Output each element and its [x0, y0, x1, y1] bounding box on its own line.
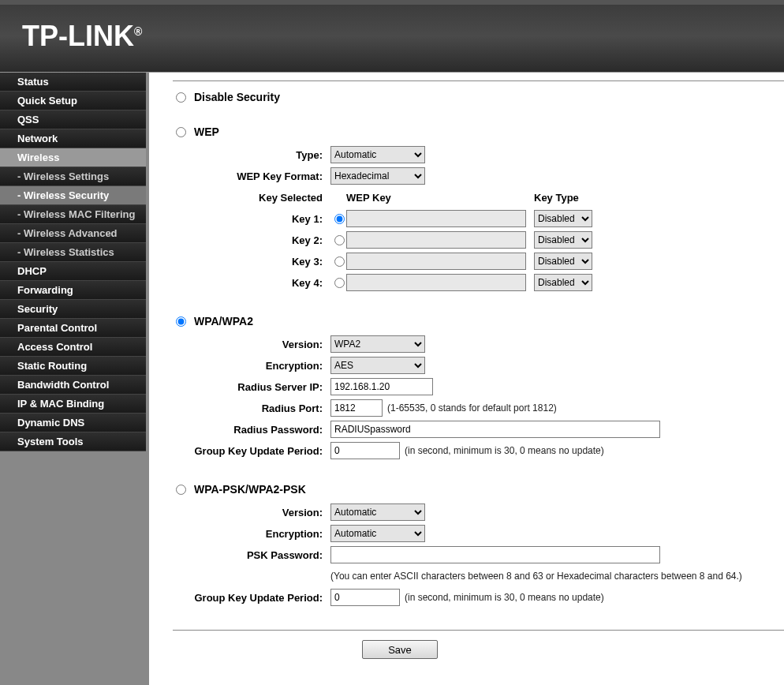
brand-logo: TP-LINK® [22, 20, 142, 53]
radio-disable-security[interactable] [176, 92, 186, 103]
label-radius-port: Radius Port: [173, 402, 330, 414]
hint-radius-port: (1-65535, 0 stands for default port 1812… [387, 402, 557, 414]
nav-wireless-settings[interactable]: - Wireless Settings [0, 167, 146, 186]
hint-wpa-gk: (in second, minimum is 30, 0 means no up… [405, 445, 604, 456]
header-wep-key: WEP Key [346, 192, 534, 204]
nav-network[interactable]: Network [0, 129, 146, 148]
label-radius-ip: Radius Server IP: [173, 381, 330, 393]
input-radius-port[interactable] [330, 399, 383, 417]
select-wep-type[interactable]: Automatic [330, 146, 425, 163]
select-psk-version[interactable]: Automatic [330, 503, 425, 521]
nav-dhcp[interactable]: DHCP [0, 262, 146, 281]
input-key3[interactable] [346, 253, 526, 270]
nav-quick-setup[interactable]: Quick Setup [0, 92, 146, 110]
label-key2: Key 2: [173, 234, 330, 246]
save-button[interactable]: Save [362, 640, 438, 659]
select-keytype1[interactable]: Disabled [534, 210, 592, 227]
nav-ip-mac-binding[interactable]: IP & MAC Binding [0, 395, 146, 414]
nav-dynamic-dns[interactable]: Dynamic DNS [0, 414, 146, 432]
input-radius-password[interactable] [330, 421, 660, 438]
label-key1: Key 1: [173, 213, 330, 225]
nav-bandwidth-control[interactable]: Bandwidth Control [0, 376, 146, 395]
select-psk-encryption[interactable]: Automatic [330, 525, 425, 542]
label-psk-version: Version: [173, 507, 330, 518]
label-radius-password: Radius Password: [173, 424, 330, 436]
select-keytype3[interactable]: Disabled [534, 253, 592, 270]
select-wep-format[interactable]: Hexadecimal [330, 167, 425, 185]
nav-status[interactable]: Status [0, 73, 146, 92]
radio-wpa[interactable] [176, 316, 186, 327]
input-key2[interactable] [346, 231, 526, 249]
radio-wep[interactable] [176, 127, 186, 137]
input-wpa-gk[interactable] [330, 442, 400, 459]
section-psk: WPA-PSK/WPA2-PSK Version: Automatic Encr… [173, 483, 784, 608]
input-radius-ip[interactable] [330, 378, 433, 395]
select-wpa-version[interactable]: WPA2 [330, 335, 425, 353]
select-keytype4[interactable]: Disabled [534, 274, 592, 291]
nav-access-control[interactable]: Access Control [0, 338, 146, 357]
nav-system-tools[interactable]: System Tools [0, 432, 146, 451]
label-wpa-gk: Group Key Update Period: [173, 445, 330, 457]
radio-psk[interactable] [176, 485, 186, 495]
sidebar: StatusQuick SetupQSSNetworkWireless- Wir… [0, 73, 146, 685]
select-wpa-encryption[interactable]: AES [330, 357, 425, 374]
title-psk: WPA-PSK/WPA2-PSK [194, 483, 306, 496]
input-psk-gk[interactable] [330, 589, 400, 606]
bottom-separator [173, 630, 784, 631]
hint-psk-password: (You can enter ASCII characters between … [330, 571, 742, 582]
header: TP-LINK® [0, 0, 784, 73]
label-wpa-encryption: Encryption: [173, 360, 330, 372]
nav-wireless-mac-filtering[interactable]: - Wireless MAC Filtering [0, 205, 146, 224]
title-disable: Disable Security [194, 91, 280, 103]
input-key4[interactable] [346, 274, 526, 291]
section-wep: WEP Type: Automatic WEP Key Format: Hexa… [173, 125, 784, 293]
nav-qss[interactable]: QSS [0, 110, 146, 129]
radio-key3[interactable] [334, 256, 345, 267]
nav-static-routing[interactable]: Static Routing [0, 357, 146, 376]
title-wep: WEP [194, 125, 219, 138]
nav-wireless-security[interactable]: - Wireless Security [0, 186, 146, 205]
label-key4: Key 4: [173, 277, 330, 289]
input-key1[interactable] [346, 210, 526, 227]
label-wpa-version: Version: [173, 339, 330, 350]
input-psk-password[interactable] [330, 546, 660, 563]
nav-parental-control[interactable]: Parental Control [0, 319, 146, 338]
top-separator [173, 80, 784, 81]
header-key-type: Key Type [534, 192, 579, 204]
label-key-selected: Key Selected [173, 192, 330, 204]
nav-wireless-advanced[interactable]: - Wireless Advanced [0, 224, 146, 243]
nav-wireless[interactable]: Wireless [0, 148, 146, 167]
label-psk-gk: Group Key Update Period: [173, 592, 330, 604]
content: Disable Security WEP Type: Automatic WEP… [149, 73, 784, 685]
select-keytype2[interactable]: Disabled [534, 231, 592, 249]
hint-psk-gk: (in second, minimum is 30, 0 means no up… [405, 592, 604, 603]
label-wep-type: Type: [173, 149, 330, 161]
section-wpa: WPA/WPA2 Version: WPA2 Encryption: AES R… [173, 315, 784, 461]
nav-wireless-statistics[interactable]: - Wireless Statistics [0, 243, 146, 262]
radio-key4[interactable] [334, 278, 345, 288]
label-psk-encryption: Encryption: [173, 528, 330, 540]
title-wpa: WPA/WPA2 [194, 315, 253, 328]
label-psk-password: PSK Password: [173, 549, 330, 561]
nav-security[interactable]: Security [0, 300, 146, 319]
radio-key2[interactable] [334, 235, 345, 245]
nav-forwarding[interactable]: Forwarding [0, 281, 146, 300]
section-disable: Disable Security [173, 91, 784, 103]
radio-key1[interactable] [334, 214, 345, 224]
label-wep-format: WEP Key Format: [173, 170, 330, 182]
label-key3: Key 3: [173, 256, 330, 268]
